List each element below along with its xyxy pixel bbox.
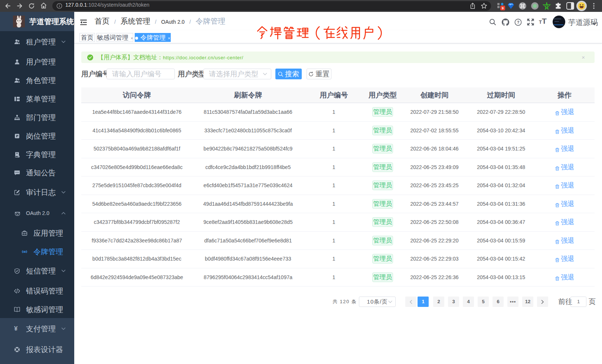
svg-text:?: ?	[517, 20, 520, 24]
svg-text:9: 9	[502, 6, 504, 10]
